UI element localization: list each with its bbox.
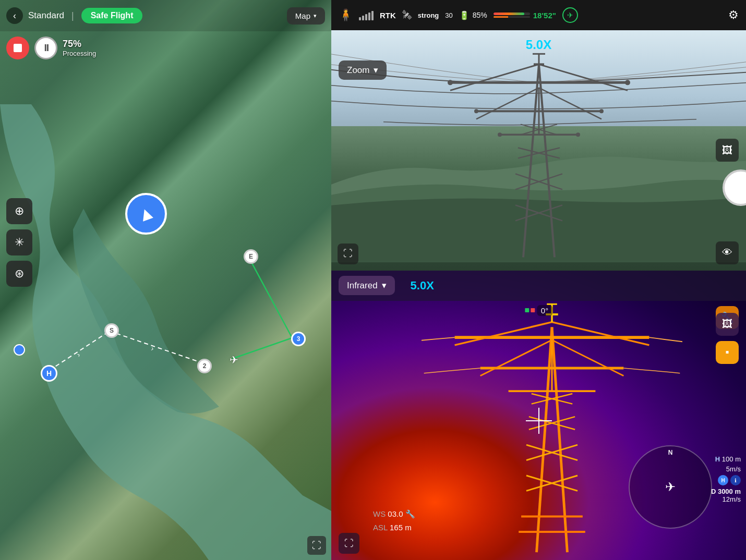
battery-pct: 85%	[473, 11, 487, 19]
hud-altitude: H 100 m	[711, 453, 741, 465]
progress-block: 18'52"	[494, 11, 556, 20]
processing-status: Processing	[63, 50, 96, 57]
degree-value: 0°	[541, 306, 548, 315]
battery-block: 🔋 85%	[459, 10, 487, 20]
degree-indicator: 0°	[525, 305, 552, 316]
map-button[interactable]: Map ▾	[287, 7, 325, 25]
rtk-label: RTK	[380, 11, 396, 20]
battery-icon: 🔋	[459, 10, 470, 20]
svg-line-15	[450, 64, 539, 90]
ws-label: WS	[373, 509, 386, 518]
safe-flight-button[interactable]: Safe Flight	[81, 8, 143, 23]
settings-button[interactable]: ⚙	[728, 8, 739, 22]
asl-label: ASL	[373, 523, 388, 532]
left-map-controls: ⊕ ✳ ⊛	[6, 198, 32, 287]
home-waypoint[interactable]: H	[41, 365, 57, 382]
ir-photo-button[interactable]: 🖼	[716, 313, 739, 336]
infrared-topbar: Infrared ▾ 5.0X	[331, 271, 746, 301]
map-background: › ›	[0, 0, 331, 560]
person-icon: 🧍	[339, 8, 353, 22]
hud-vspeed: 5m/s	[711, 465, 741, 473]
waypoint-s[interactable]: S	[104, 323, 119, 338]
ir-telemetry: WS 03.0 🔧 ASL 165 m	[373, 507, 415, 534]
ir-split-button[interactable]: ▪	[716, 341, 739, 364]
river-overlay	[0, 0, 331, 560]
processing-controls: ⏸ 75% Processing	[6, 36, 96, 59]
drone-direction-icon: ▲	[134, 200, 159, 227]
processing-pct: 75%	[63, 39, 96, 50]
map-panel: › › ‹ Standard | Safe Flight Map ▾ ⏸ 75%	[0, 0, 331, 560]
svg-point-22	[625, 80, 630, 85]
waypoint-e[interactable]: E	[244, 249, 258, 264]
top-camera-scene	[331, 30, 746, 271]
infrared-camera-view: N ✈ H 100 m 5m/s H ℹ	[331, 271, 746, 560]
compass-plane-icon: ✈	[665, 480, 676, 494]
ws-reading: WS 03.0 🔧	[373, 507, 415, 521]
info-hud-icon: ℹ	[730, 475, 741, 485]
drone-status-icon: ✈	[562, 7, 578, 23]
ir-zoom-value: 5.0X	[411, 279, 434, 293]
compass-north: N	[668, 449, 673, 456]
takeoff-button[interactable]: ⊕	[6, 198, 32, 224]
svg-point-23	[474, 109, 478, 113]
svg-point-24	[599, 109, 604, 113]
asl-value: 165 m	[390, 523, 412, 532]
svg-line-18	[476, 88, 539, 119]
back-button[interactable]: ‹	[6, 7, 23, 24]
binoculars-button[interactable]: 👁	[716, 241, 739, 264]
photo-button-top[interactable]: 🖼	[716, 139, 739, 162]
stop-button[interactable]	[6, 36, 29, 59]
svg-point-26	[576, 132, 580, 137]
infrared-dropdown[interactable]: Infrared ▾	[339, 276, 395, 295]
map-topbar: ‹ Standard | Safe Flight Map ▾	[0, 0, 331, 31]
waypoint-2[interactable]: 2	[197, 359, 212, 373]
map-label: Map	[295, 11, 310, 20]
hud-distance: D 3000 m	[711, 488, 741, 495]
infrared-label: Infrared	[347, 281, 378, 291]
compass-hud: N ✈ H 100 m 5m/s H ℹ	[629, 445, 712, 529]
waypoint-2-marker: 2	[197, 359, 212, 373]
svg-line-16	[539, 64, 628, 90]
time-display: 18'52"	[533, 11, 556, 20]
status-bar: 🧍 RTK 🛰 strong 30 🔋 85%	[331, 0, 746, 30]
crosshair	[526, 408, 552, 434]
ws-value: 03.0	[388, 509, 403, 518]
map-expand-button[interactable]: ⛶	[307, 536, 326, 555]
distance-label: D	[711, 488, 718, 495]
waypoint-3-marker: 3	[291, 332, 306, 346]
infrared-chevron: ▾	[382, 280, 387, 291]
map-chevron-icon: ▾	[314, 13, 317, 19]
svg-point-25	[498, 132, 502, 137]
waypoint-3[interactable]: 3	[291, 332, 306, 346]
pause-icon: ⏸	[42, 43, 50, 54]
mode-label: Standard	[28, 10, 64, 21]
svg-line-31	[536, 327, 551, 552]
svg-line-42	[454, 322, 551, 345]
power-tower-svg	[408, 30, 669, 271]
height-label: H	[715, 455, 720, 463]
svg-line-46	[552, 340, 623, 376]
svg-line-5	[539, 64, 555, 257]
divider: |	[71, 10, 74, 21]
frame-button-top[interactable]: ⛶	[338, 244, 358, 264]
signal-strength: strong	[418, 11, 439, 19]
ir-expand-button[interactable]: ⛶	[339, 533, 359, 554]
ir-right-controls: 🖼 ▪	[716, 313, 739, 364]
zoom-value-top: 5.0X	[526, 38, 551, 52]
infrared-scene: N ✈ H 100 m 5m/s H ℹ	[331, 271, 746, 560]
center-map-button[interactable]: ✳	[6, 229, 32, 255]
processing-info: 75% Processing	[63, 39, 96, 57]
degree-box: 0°	[537, 305, 552, 316]
pause-button[interactable]: ⏸	[34, 36, 57, 59]
signal-number: 30	[445, 11, 452, 19]
home-hud-icon: H	[718, 475, 728, 485]
signal-bars	[359, 10, 374, 20]
zoom-dropdown-top[interactable]: Zoom ▾	[339, 60, 387, 80]
svg-point-21	[448, 80, 453, 85]
svg-line-32	[552, 327, 567, 552]
svg-line-45	[480, 340, 551, 376]
waypoint-s-marker: S	[104, 323, 119, 338]
zoom-chevron-top: ▾	[374, 65, 378, 76]
orientation-button[interactable]: ⊛	[6, 261, 32, 287]
right-panel: 🧍 RTK 🛰 strong 30 🔋 85%	[331, 0, 746, 560]
